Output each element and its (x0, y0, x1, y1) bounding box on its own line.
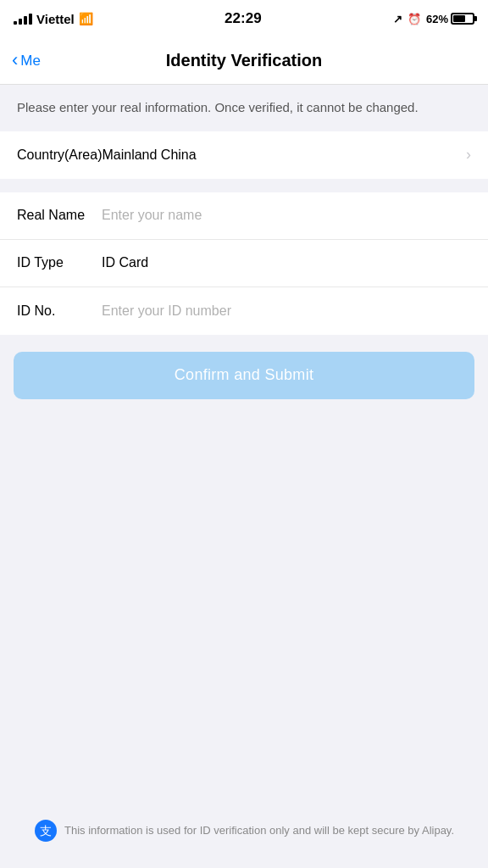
battery-percent: 62% (426, 13, 448, 25)
footer: 支 This information is used for ID verifi… (0, 819, 488, 843)
confirm-submit-button[interactable]: Confirm and Submit (14, 352, 474, 399)
id-type-row[interactable]: ID Type ID Card (0, 240, 488, 287)
info-text: Please enter your real information. Once… (17, 100, 419, 114)
info-banner: Please enter your real information. Once… (0, 85, 488, 131)
page-title: Identity Verification (166, 51, 322, 70)
alarm-icon: ⏰ (408, 13, 421, 25)
signal-icon (14, 13, 32, 25)
battery-indicator: 62% (426, 13, 474, 25)
country-value: Mainland China (102, 147, 466, 163)
svg-text:支: 支 (40, 824, 52, 837)
status-right: ↗ ⏰ 62% (393, 13, 474, 25)
submit-section: Confirm and Submit (0, 335, 488, 416)
chevron-right-icon: › (466, 146, 471, 164)
time-label: 22:29 (225, 10, 261, 27)
chevron-left-icon: ‹ (12, 51, 18, 70)
section-divider-1 (0, 179, 488, 192)
country-section: Country(Area) Mainland China › (0, 131, 488, 179)
battery-icon (451, 13, 474, 25)
id-form-section: Real Name ID Type ID Card ID No. (0, 192, 488, 335)
id-type-label: ID Type (17, 255, 102, 270)
country-label: Country(Area) (17, 147, 102, 163)
id-type-value: ID Card (102, 255, 471, 270)
id-no-label: ID No. (17, 303, 102, 319)
real-name-label: Real Name (17, 208, 102, 223)
status-left: Viettel 📶 (14, 12, 93, 26)
id-no-row: ID No. (0, 287, 488, 335)
location-icon: ↗ (393, 13, 402, 25)
real-name-input[interactable] (102, 208, 471, 223)
status-bar: Viettel 📶 22:29 ↗ ⏰ 62% (0, 0, 488, 37)
carrier-label: Viettel (36, 12, 75, 26)
back-label: Me (20, 53, 41, 70)
back-button[interactable]: ‹ Me (12, 52, 41, 70)
nav-bar: ‹ Me Identity Verification (0, 37, 488, 85)
id-no-input[interactable] (102, 303, 471, 319)
main-content: Please enter your real information. Once… (0, 85, 488, 868)
real-name-row: Real Name (0, 192, 488, 240)
country-row[interactable]: Country(Area) Mainland China › (0, 131, 488, 179)
alipay-icon: 支 (34, 819, 58, 843)
wifi-icon: 📶 (79, 12, 93, 25)
footer-text: This information is used for ID verifica… (64, 822, 454, 839)
